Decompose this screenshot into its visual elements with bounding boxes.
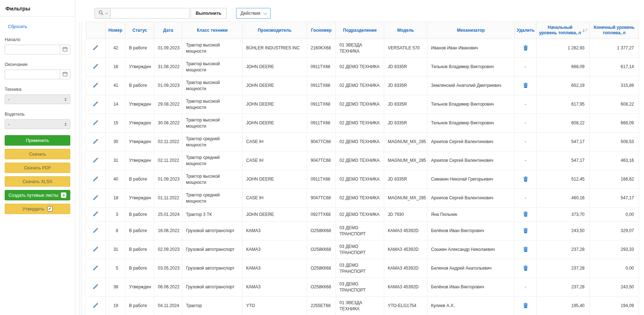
column-header-fuel_end[interactable]: Конечный уровень топлива, л (590, 22, 639, 39)
edit-row-button[interactable] (93, 138, 99, 146)
end-date-input[interactable] (5, 70, 60, 79)
cell-division: 03 ДЕМО ТРАНСПОРТ (336, 259, 384, 278)
cell-fuel_end: 293,33 (590, 240, 639, 259)
column-header-delete[interactable]: Удалить (515, 22, 537, 39)
column-header-model[interactable]: Модель (384, 22, 427, 39)
cell-delete: - (515, 58, 537, 76)
start-date-wrap (5, 45, 70, 54)
edit-row-button[interactable] (93, 227, 99, 235)
actions-menu-button[interactable]: Действия (236, 8, 271, 19)
search-input[interactable] (110, 8, 190, 19)
delete-row-button[interactable] (523, 45, 528, 52)
delete-row-button[interactable] (523, 265, 528, 272)
cell-fuel_end: 608,22 (590, 95, 639, 114)
column-header-plate[interactable]: Госномер (307, 22, 336, 39)
cell-operator: Сошкин Александр Николаевич (427, 240, 515, 259)
download-pdf-button[interactable]: Скачать PDF (5, 163, 70, 173)
driver-select[interactable]: - (5, 119, 70, 129)
edit-row-button[interactable] (93, 211, 99, 218)
pencil-icon (93, 246, 99, 253)
trash-icon (523, 83, 528, 89)
start-field-group: Начало (5, 37, 70, 54)
column-header-number[interactable]: Номер (106, 22, 125, 39)
cell-number: 5 (106, 259, 125, 278)
delete-row-button[interactable] (523, 176, 528, 183)
edit-row-button[interactable] (93, 120, 99, 127)
cell-delete (515, 259, 537, 278)
cell-manufacturer: JOHN DEERE (243, 170, 307, 189)
cell-date: 03.05.2023 (154, 259, 182, 278)
column-header-fuel_start[interactable]: Начальный уровень топлива, л (537, 22, 590, 39)
column-header-division[interactable]: Подразделение (336, 22, 384, 39)
report-region: Выполнить Действия НомерСтатусДатаКласс … (86, 0, 639, 315)
cell-model: JD 8335R (384, 58, 427, 76)
cell-edit (86, 95, 106, 114)
cell-division: 02 ДЕМО ТЕХНИКА (336, 208, 384, 222)
arrow-up-icon (65, 98, 67, 99)
edit-row-button[interactable] (93, 284, 99, 291)
edit-row-button[interactable] (93, 195, 99, 202)
trash-icon (523, 176, 528, 183)
driver-field-group: Водитель- (5, 112, 70, 129)
edit-row-button[interactable] (93, 82, 99, 89)
table-row: 38Утвержден06.06.2022Грузовой автотрансп… (86, 278, 639, 297)
execute-button[interactable]: Выполнить (191, 8, 227, 19)
column-header-label: Механизатор (457, 28, 485, 33)
edit-row-button[interactable] (93, 63, 99, 71)
cell-model: КАМАЗ 45392D (384, 259, 427, 278)
driver-label: Водитель (5, 112, 70, 117)
cell-division: 03 ДЕМО ТРАНСПОРТ (336, 278, 384, 297)
start-date-input[interactable] (5, 45, 60, 54)
cell-number: 16 (106, 58, 125, 76)
cell-delete: - (515, 114, 537, 133)
cell-model: JD 8335R (384, 95, 427, 114)
delete-row-button[interactable] (523, 247, 528, 253)
cell-edit (86, 259, 106, 278)
edit-row-button[interactable] (93, 176, 99, 183)
download-xlsx-button[interactable]: Скачать XLSX (5, 176, 70, 187)
download-button[interactable]: Скачать (5, 149, 70, 159)
column-header-operator[interactable]: Механизатор (427, 22, 515, 39)
cell-fuel_start: 547,17 (537, 133, 590, 151)
edit-row-button[interactable] (93, 265, 99, 272)
delete-row-button[interactable] (523, 83, 528, 89)
arrow-up-icon (65, 123, 67, 124)
start-calendar-button[interactable] (60, 45, 70, 54)
column-header-manufacturer[interactable]: Производитель (243, 22, 307, 39)
table-header-row: НомерСтатусДатаКласс техникиПроизводител… (86, 22, 639, 39)
cell-plate: О258КК68 (307, 240, 336, 259)
edit-row-button[interactable] (93, 101, 99, 108)
column-header-date[interactable]: Дата (154, 22, 182, 39)
column-header-class[interactable]: Класс техники (182, 22, 243, 39)
cell-status: Утвержден (125, 189, 154, 208)
cell-model: MAGNUM_MX_285 (384, 189, 427, 208)
reset-filters-link[interactable]: Сбросить (8, 24, 27, 29)
download-xlsx-button-label: Скачать XLSX (23, 179, 52, 184)
download-pdf-button-label: Скачать PDF (24, 165, 51, 170)
trash-icon (523, 303, 528, 309)
pencil-icon (93, 45, 99, 52)
delete-row-button[interactable] (523, 228, 528, 234)
toolbar-divider (233, 8, 233, 19)
edit-row-button[interactable] (93, 246, 99, 253)
column-header-edit[interactable] (86, 22, 106, 39)
edit-row-button[interactable] (93, 157, 99, 164)
equipment-select[interactable]: - (5, 94, 70, 104)
filters-title: Фильтры (5, 5, 70, 12)
pencil-icon (93, 302, 99, 310)
delete-row-button[interactable] (523, 303, 528, 309)
approve-button[interactable]: Утвердить✓ (5, 204, 70, 214)
end-calendar-button[interactable] (60, 70, 70, 79)
create-waybills-button[interactable]: Создать путевые листы+ (5, 190, 70, 200)
cell-division: 02 ДЕМО ТЕХНИКА (336, 76, 384, 95)
delete-row-button[interactable] (523, 211, 528, 218)
edit-row-button[interactable] (93, 45, 99, 52)
cell-model: КАМАЗ 45392D (384, 222, 427, 240)
search-options-button[interactable] (94, 8, 110, 19)
edit-row-button[interactable] (93, 302, 99, 310)
cell-model: JD 8335R (384, 114, 427, 133)
apply-button[interactable]: Применить (5, 135, 70, 146)
chevron-down-icon (105, 12, 108, 14)
column-header-status[interactable]: Статус (125, 22, 154, 39)
cell-operator: Иванов Иван Иванович (427, 39, 515, 58)
